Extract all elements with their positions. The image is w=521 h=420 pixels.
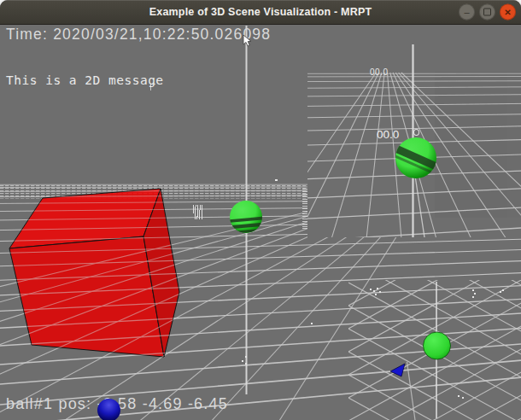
window-title: Example of 3D Scene Visualization - MRPT xyxy=(149,6,372,18)
blue-ball-sphere xyxy=(97,399,120,420)
maximize-icon xyxy=(483,9,491,16)
mrpt-window: Example of 3D Scene Visualization - MRPT… xyxy=(0,0,521,420)
window-controls: – ✕ xyxy=(459,4,516,20)
axis-tick-mark xyxy=(275,179,278,181)
maximize-button[interactable] xyxy=(479,4,495,20)
close-button[interactable]: ✕ xyxy=(500,4,516,20)
axis-label-edge-on xyxy=(193,205,202,219)
grid-corner-label xyxy=(500,291,501,293)
inset-axis-label-near: 00.0 xyxy=(377,128,400,141)
axis-tick-mark xyxy=(242,360,243,362)
close-icon: ✕ xyxy=(504,8,511,16)
grid-corner-label xyxy=(311,323,313,324)
inset-edge-tick-marks xyxy=(302,189,307,229)
message-2d-text: This is a 2D message xyxy=(6,73,164,87)
grid-corner-label xyxy=(458,395,460,397)
axis-tick-mark xyxy=(413,129,419,136)
minimize-button[interactable]: – xyxy=(459,4,475,20)
gl-canvas-main-viewport[interactable]: Time: 2020/03/21,10:22:50.026098 This is… xyxy=(0,24,521,420)
inset-axis-label-far: 00.0 xyxy=(370,67,388,77)
grid-corner-label xyxy=(472,289,474,291)
time-text: Time: 2020/03/21,10:22:50.026098 xyxy=(6,26,271,44)
grid-corner-label xyxy=(370,289,372,290)
minimize-icon: – xyxy=(464,8,469,17)
titlebar: Example of 3D Scene Visualization - MRPT… xyxy=(0,0,521,25)
mouse-cursor-icon xyxy=(243,34,253,51)
